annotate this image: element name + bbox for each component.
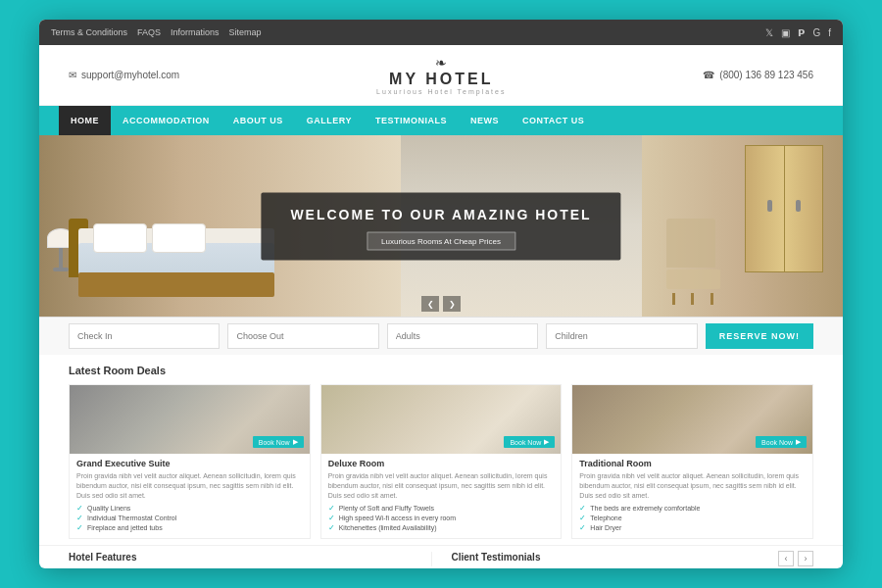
terms-link[interactable]: Terms & Conditions xyxy=(51,27,127,37)
bed-decoration xyxy=(69,199,284,297)
hero-title: WELCOME TO OUR AMAZING HOTEL xyxy=(290,206,591,221)
rss-icon[interactable]: ▣ xyxy=(781,27,790,38)
rooms-grid: Book Now ▶ Grand Executive Suite Proin g… xyxy=(69,384,813,539)
room-card-2: Book Now ▶ Deluxe Room Proin gravida nib… xyxy=(320,384,563,539)
room-feature-3-1: ✓ The beds are extremely comfortable xyxy=(579,504,806,513)
room-desc-1: Proin gravida nibh vel velit auctor aliq… xyxy=(76,471,303,500)
check-icon-3-3: ✓ xyxy=(579,523,586,532)
room-image-3: Book Now ▶ xyxy=(572,385,812,454)
arrow-icon-1: ▶ xyxy=(293,438,298,446)
adults-input[interactable] xyxy=(387,323,538,349)
check-icon-1-1: ✓ xyxy=(76,504,83,513)
email-text: support@myhotel.com xyxy=(81,70,179,80)
book-now-label-2: Book Now xyxy=(510,439,541,446)
top-bar-social: 𝕏 ▣ 𝗣 G f xyxy=(765,27,831,38)
room-info-3: Traditional Room Proin gravida nibh vel … xyxy=(572,454,812,538)
check-icon-2-2: ✓ xyxy=(328,514,335,522)
main-nav: HOME ACCOMMODATION ABOUT US GALLERY TEST… xyxy=(39,106,843,135)
hero-next-arrow[interactable]: ❯ xyxy=(443,296,461,312)
chair-decoration xyxy=(666,219,725,297)
room-feature-2-2: ✓ High speed Wi-fi access in every room xyxy=(328,514,555,522)
nav-contact[interactable]: CONTACT US xyxy=(511,106,596,135)
reserve-button[interactable]: RESERVE NOW! xyxy=(706,323,813,349)
hero-prev-arrow[interactable]: ❮ xyxy=(421,296,439,312)
wardrobe-decoration xyxy=(745,145,823,282)
client-testimonials-section: Client Testimonials ‹ › xyxy=(431,552,814,566)
top-bar-links: Terms & Conditions FAQS Informations Sit… xyxy=(51,27,262,37)
checkout-input[interactable] xyxy=(227,323,378,349)
room-tag-1[interactable]: Book Now ▶ xyxy=(253,436,304,448)
bottom-row: Hotel Features Client Testimonials ‹ › xyxy=(39,545,843,568)
room-desc-3: Proin gravida nibh vel velit auctor aliq… xyxy=(579,471,806,500)
checkin-input[interactable] xyxy=(69,323,220,349)
room-desc-2: Proin gravida nibh vel velit auctor aliq… xyxy=(328,471,555,500)
rooms-section-title: Latest Room Deals xyxy=(69,365,813,376)
logo-tagline: Luxurious Hotel Templates xyxy=(376,88,506,95)
arrow-icon-3: ▶ xyxy=(796,438,801,446)
hero-overlay: WELCOME TO OUR AMAZING HOTEL Luxurious R… xyxy=(261,192,620,260)
google-icon[interactable]: G xyxy=(812,27,820,38)
informations-link[interactable]: Informations xyxy=(171,27,220,37)
room-tag-2[interactable]: Book Now ▶ xyxy=(504,436,555,448)
arrow-icon-2: ▶ xyxy=(544,438,549,446)
phone-icon: ☎ xyxy=(703,70,714,80)
book-now-label-1: Book Now xyxy=(259,439,290,446)
check-icon-2-1: ✓ xyxy=(328,504,335,513)
room-image-2: Book Now ▶ xyxy=(321,385,562,454)
room-name-2: Deluxe Room xyxy=(328,459,555,468)
phone-text: (800) 136 89 123 456 xyxy=(719,70,813,80)
children-input[interactable] xyxy=(546,323,697,349)
booking-bar: RESERVE NOW! xyxy=(39,317,843,355)
hero-arrows: ❮ ❯ xyxy=(421,296,461,312)
header-email-section: ✉ support@myhotel.com xyxy=(69,70,179,80)
room-feature-3-3: ✓ Hair Dryer xyxy=(579,523,806,532)
book-now-label-3: Book Now xyxy=(761,439,793,446)
check-icon-1-2: ✓ xyxy=(76,514,83,522)
room-card-1: Book Now ▶ Grand Executive Suite Proin g… xyxy=(69,384,311,539)
room-feature-3-2: ✓ Telephone xyxy=(579,514,806,522)
nav-gallery[interactable]: GALLERY xyxy=(295,106,364,135)
top-bar: Terms & Conditions FAQS Informations Sit… xyxy=(39,20,843,45)
room-card-3: Book Now ▶ Traditional Room Proin gravid… xyxy=(571,384,813,539)
nav-testimonials[interactable]: TESTIMONIALS xyxy=(364,106,459,135)
check-icon-3-1: ✓ xyxy=(579,504,586,513)
logo-crown-icon: ❧ xyxy=(435,55,447,71)
rooms-section: Latest Room Deals Book Now ▶ Grand Execu… xyxy=(39,355,843,545)
nav-home[interactable]: HOME xyxy=(59,106,111,135)
room-info-1: Grand Executive Suite Proin gravida nibh… xyxy=(70,454,310,538)
testimonial-nav: ‹ › xyxy=(778,551,813,566)
nav-about[interactable]: ABOUT US xyxy=(221,106,295,135)
room-name-1: Grand Executive Suite xyxy=(76,459,303,468)
room-feature-1-3: ✓ Fireplace and jetted tubs xyxy=(76,523,303,532)
room-feature-2-3: ✓ Kitchenettes (limited Availability) xyxy=(328,523,555,532)
header-logo: ❧ MY HOTEL Luxurious Hotel Templates xyxy=(376,55,506,95)
check-icon-1-3: ✓ xyxy=(76,523,83,532)
logo-text: MY HOTEL xyxy=(389,71,493,88)
hotel-features-section: Hotel Features xyxy=(69,552,431,566)
room-info-2: Deluxe Room Proin gravida nibh vel velit… xyxy=(321,454,562,538)
client-testimonials-title: Client Testimonials xyxy=(452,552,814,563)
facebook-icon[interactable]: f xyxy=(828,27,831,38)
hero-subtitle-button[interactable]: Luxurious Rooms At Cheap Prices xyxy=(367,231,515,250)
hero-section: WELCOME TO OUR AMAZING HOTEL Luxurious R… xyxy=(39,135,843,317)
room-image-1: Book Now ▶ xyxy=(70,385,310,454)
room-name-3: Traditional Room xyxy=(579,459,806,468)
room-tag-3[interactable]: Book Now ▶ xyxy=(756,436,807,448)
email-icon: ✉ xyxy=(69,70,76,80)
browser-window: Terms & Conditions FAQS Informations Sit… xyxy=(39,20,843,568)
room-feature-2-1: ✓ Plenty of Soft and Fluffy Towels xyxy=(328,504,555,513)
nav-accommodation[interactable]: ACCOMMODATION xyxy=(111,106,221,135)
room-feature-1-1: ✓ Quality Linens xyxy=(76,504,303,513)
hotel-features-title: Hotel Features xyxy=(69,552,431,563)
check-icon-2-3: ✓ xyxy=(328,523,335,532)
faqs-link[interactable]: FAQS xyxy=(137,27,161,37)
twitter-icon[interactable]: 𝕏 xyxy=(765,27,773,38)
pinterest-icon[interactable]: 𝗣 xyxy=(798,27,805,38)
testimonial-next-button[interactable]: › xyxy=(798,551,813,566)
sitemap-link[interactable]: Sitemap xyxy=(229,27,262,37)
room-feature-1-2: ✓ Individual Thermostat Control xyxy=(76,514,303,522)
check-icon-3-2: ✓ xyxy=(579,514,586,522)
header-phone-section: ☎ (800) 136 89 123 456 xyxy=(703,70,813,80)
nav-news[interactable]: NEWS xyxy=(459,106,511,135)
testimonial-prev-button[interactable]: ‹ xyxy=(778,551,794,566)
